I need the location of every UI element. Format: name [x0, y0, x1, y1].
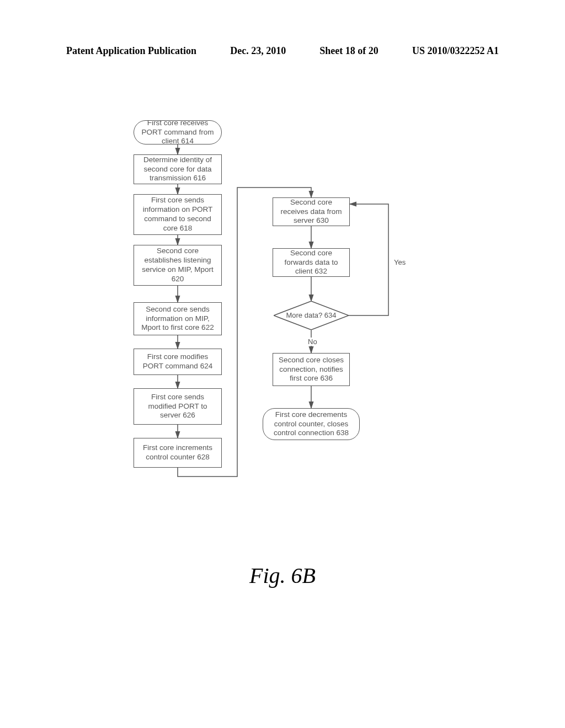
node-620: Second core establishes listening servic…: [134, 245, 222, 286]
label-yes: Yes: [393, 258, 407, 266]
node-618: First core sends information on PORT com…: [134, 194, 222, 235]
header-date: Dec. 23, 2010: [230, 45, 286, 57]
node-634-decision: More data? 634: [274, 301, 349, 330]
flowchart: First core receives PORT command from cl…: [0, 110, 565, 607]
node-638-end: First core decrements control counter, c…: [263, 408, 360, 440]
node-624: First core modifies PORT command 624: [134, 349, 222, 375]
header-left: Patent Application Publication: [66, 45, 196, 57]
header-pubno: US 2010/0322252 A1: [412, 45, 499, 57]
node-614-start: First core receives PORT command from cl…: [134, 120, 222, 144]
header-sheet: Sheet 18 of 20: [319, 45, 379, 57]
node-636: Second core closes connection, notifies …: [273, 353, 350, 386]
node-632: Second core forwards data to client 632: [273, 248, 350, 277]
label-no: No: [307, 338, 318, 346]
node-626: First core sends modified PORT to server…: [134, 388, 222, 425]
node-630: Second core receives data from server 63…: [273, 197, 350, 226]
node-622: Second core sends information on MIP, Mp…: [134, 302, 222, 335]
figure-caption: Fig. 6B: [0, 563, 565, 588]
node-634-text: More data? 634: [278, 312, 345, 319]
node-628: First core increments control counter 62…: [134, 438, 222, 468]
page-header: Patent Application Publication Dec. 23, …: [66, 45, 499, 57]
node-616: Determine identity of second core for da…: [134, 154, 222, 184]
